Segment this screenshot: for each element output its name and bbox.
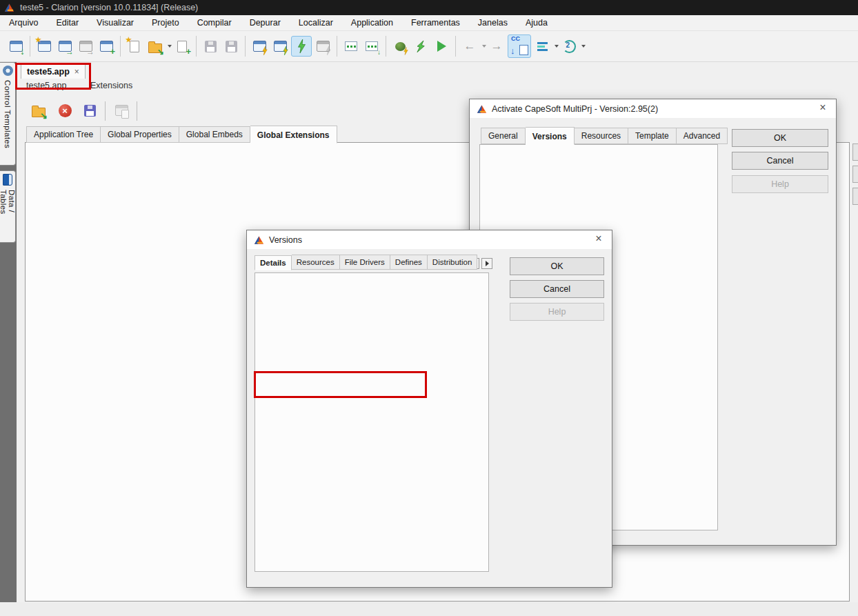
document-tab-close-icon[interactable]: × xyxy=(74,67,79,77)
new-file-icon[interactable]: ★ xyxy=(125,37,144,56)
sidebar-tab-control-templates[interactable]: Control Templates xyxy=(0,62,16,166)
redo-generation-icon[interactable]: 2 xyxy=(559,37,579,56)
sidebar-tab-data-tables[interactable]: Data / Tables xyxy=(0,170,16,243)
open-file-icon[interactable]: ↘ xyxy=(146,37,165,56)
cancel-button[interactable]: Cancel xyxy=(732,152,828,170)
list-view-icon[interactable] xyxy=(532,37,552,56)
menu-arquivo[interactable]: Arquivo xyxy=(0,15,47,31)
tab-general[interactable]: General xyxy=(481,128,526,144)
tab-application-tree[interactable]: Application Tree xyxy=(26,126,101,143)
back-disabled-icon[interactable]: ← xyxy=(460,37,479,56)
add-app-window-icon[interactable]: + xyxy=(97,37,116,56)
menu-application[interactable]: Application xyxy=(342,15,402,31)
save-icon[interactable] xyxy=(80,101,99,120)
menu-localizar[interactable]: Localizar xyxy=(290,15,342,31)
back-dropdown-icon[interactable] xyxy=(482,45,486,48)
main-tab-strip: Application Tree Global Properties Globa… xyxy=(26,126,337,143)
menu-depurar[interactable]: Depurar xyxy=(241,15,290,31)
save-exit-icon[interactable]: ↘ xyxy=(29,101,48,120)
cancel-button-label: Cancel xyxy=(543,284,570,294)
clarion-ide-window: teste5 - Clarion [version 10.0.11834] (R… xyxy=(0,0,858,616)
save-disabled-icon[interactable] xyxy=(201,37,220,56)
save-all-disabled-icon[interactable] xyxy=(221,37,241,56)
breadcrumb-app[interactable]: teste5.app xyxy=(26,81,66,90)
sidebar-tab-label: Control Templates xyxy=(3,80,12,148)
edge-partial-button[interactable] xyxy=(852,166,858,183)
generate-window-icon[interactable] xyxy=(250,37,269,56)
build-disabled-icon[interactable] xyxy=(313,37,332,56)
main-toolbar: ↓ ★ → → + ★ ↘ + ↓ ← → CC↓ 2 xyxy=(0,31,858,62)
tab-advanced[interactable]: Advanced xyxy=(677,128,728,144)
cancel-button[interactable]: Cancel xyxy=(510,280,604,298)
menu-visualizar[interactable]: Visualizar xyxy=(88,15,143,31)
tab-global-extensions[interactable]: Global Extensions xyxy=(250,126,337,143)
generate-disabled-icon[interactable] xyxy=(112,101,131,120)
edge-partial-button[interactable] xyxy=(852,188,858,205)
tab-template[interactable]: Template xyxy=(628,128,677,144)
debug-bug-icon[interactable] xyxy=(390,37,410,56)
window-title: teste5 - Clarion [version 10.0.11834] (R… xyxy=(20,3,198,12)
save-app-window-disabled-icon[interactable]: → xyxy=(76,37,95,56)
list-view-dropdown-icon[interactable] xyxy=(555,45,559,48)
new-app-icon[interactable]: ★ xyxy=(34,37,54,56)
document-tab-label: teste5.app xyxy=(27,67,70,77)
menu-projeto[interactable]: Projeto xyxy=(143,15,188,31)
title-bar: teste5 - Clarion [version 10.0.11834] (R… xyxy=(0,0,858,15)
data-grid-icon[interactable] xyxy=(341,37,361,56)
tab-details[interactable]: Details xyxy=(255,255,292,270)
help-button-label: Help xyxy=(548,307,566,317)
tab-file-drivers[interactable]: File Drivers xyxy=(340,255,390,270)
ok-button[interactable]: OK xyxy=(732,129,828,147)
import-app-icon[interactable]: ↓ xyxy=(6,37,26,56)
copy-code-selected-icon[interactable]: CC↓ xyxy=(508,34,531,58)
sidebar-tab-label: Data / Tables xyxy=(0,190,16,239)
document-tab-teste5[interactable]: teste5.app × xyxy=(21,63,86,79)
edge-partial-button[interactable] xyxy=(852,143,858,161)
data-grid-sync-icon[interactable]: ↓ xyxy=(362,37,381,56)
forward-disabled-icon[interactable]: → xyxy=(487,37,506,56)
close-icon[interactable]: × xyxy=(816,101,830,114)
multiprj-tab-strip: General Versions Resources Template Adva… xyxy=(481,127,728,144)
versions-tab-strip: Details Resources File Drivers Defines D… xyxy=(255,255,477,270)
multiprj-dialog-titlebar[interactable]: Activate CapeSoft MultiPrj - Version:2.9… xyxy=(470,99,836,118)
open-app-window-icon[interactable]: → xyxy=(55,37,74,56)
breadcrumb-section: Extensions xyxy=(90,81,132,90)
book-icon xyxy=(3,174,12,186)
tab-defines[interactable]: Defines xyxy=(390,255,428,270)
menu-ferramentas[interactable]: Ferramentas xyxy=(402,15,469,31)
clarion-logo-icon xyxy=(477,104,487,114)
tab-distribution[interactable]: Distribution xyxy=(428,255,478,270)
toolbar-separator xyxy=(105,101,106,121)
toolbar-separator xyxy=(137,101,137,121)
menu-ajuda[interactable]: Ajuda xyxy=(517,15,557,31)
tab-global-properties[interactable]: Global Properties xyxy=(101,126,179,143)
add-file-icon[interactable]: + xyxy=(172,37,192,56)
ok-button-label: OK xyxy=(550,261,563,271)
menu-bar: Arquivo Editar Visualizar Projeto Compil… xyxy=(0,15,858,31)
tab-global-embeds[interactable]: Global Embeds xyxy=(179,126,250,143)
versions-dialog: Versions × Details Resources File Driver… xyxy=(246,230,612,588)
cancel-icon[interactable]: × xyxy=(55,101,74,120)
ok-button-label: OK xyxy=(774,133,786,143)
ok-button[interactable]: OK xyxy=(510,257,604,275)
help-button[interactable]: Help xyxy=(732,175,828,193)
tab-resources[interactable]: Resources xyxy=(575,128,628,144)
menu-editar[interactable]: Editar xyxy=(47,15,88,31)
build-lightning-selected-icon[interactable] xyxy=(291,36,312,57)
menu-compilar[interactable]: Compilar xyxy=(188,15,241,31)
tab-resources[interactable]: Resources xyxy=(292,255,340,270)
generate-build-window-icon[interactable] xyxy=(270,37,290,56)
tab-scroll-right-icon[interactable] xyxy=(481,258,492,269)
redo-generation-dropdown-icon[interactable] xyxy=(581,45,586,48)
close-icon[interactable]: × xyxy=(592,232,606,245)
open-file-dropdown-icon[interactable] xyxy=(168,45,172,48)
help-button[interactable]: Help xyxy=(510,303,604,321)
details-tab-page xyxy=(255,272,489,572)
cancel-button-label: Cancel xyxy=(767,156,794,166)
menu-janelas[interactable]: Janelas xyxy=(469,15,517,31)
run-play-icon[interactable] xyxy=(432,37,451,56)
build-lightning-icon[interactable] xyxy=(411,37,430,56)
tab-versions[interactable]: Versions xyxy=(526,127,575,145)
versions-dialog-titlebar[interactable]: Versions xyxy=(247,230,612,249)
gear-icon xyxy=(3,66,13,76)
